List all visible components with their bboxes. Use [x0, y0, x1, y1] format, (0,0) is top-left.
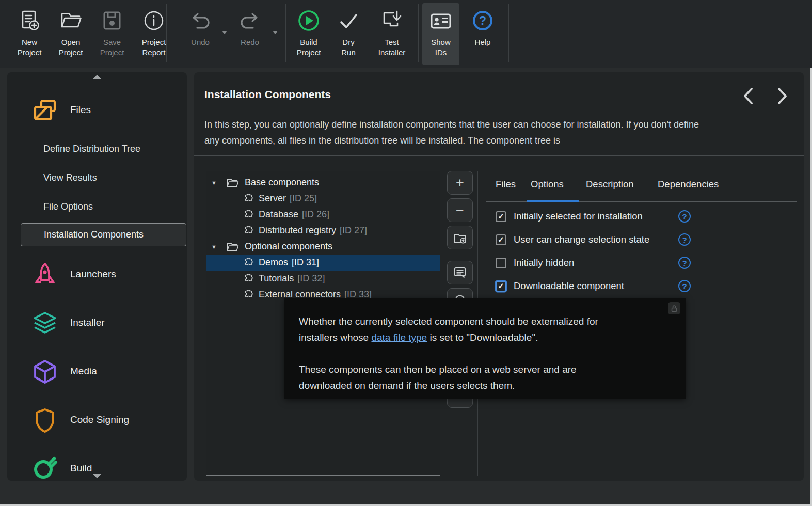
pin-tooltip-button[interactable] [668, 302, 680, 314]
previous-step-button[interactable] [740, 85, 756, 107]
sidebar-item-define-distribution-tree[interactable]: Define Distribution Tree [43, 144, 140, 154]
dry-run-button[interactable]: Dry Run [330, 3, 367, 65]
show-ids-toggle-button[interactable]: Show IDs [422, 3, 459, 65]
sidebar-scroll-up-icon[interactable] [93, 75, 101, 79]
sidebar-installer-label: Installer [70, 317, 105, 328]
sidebar-item-file-options[interactable]: File Options [43, 201, 93, 212]
folder-open-icon [226, 177, 239, 188]
sidebar-build-label: Build [70, 463, 92, 474]
comment-icon [453, 266, 467, 279]
toolbar-separator [166, 4, 167, 62]
tree-component-distributed-registry[interactable]: Distributed registry [ID 27] [206, 223, 440, 239]
redo-label: Redo [241, 37, 259, 48]
tree-folder-optional-components[interactable]: ▼ Optional components [206, 239, 440, 255]
tree-item-id: [ID 25] [290, 193, 317, 204]
add-component-button[interactable]: + [447, 171, 473, 195]
sidebar-item-view-results[interactable]: View Results [43, 172, 97, 183]
sidebar-scroll-down-icon[interactable] [93, 474, 101, 478]
show-ids-label: Show IDs [431, 37, 451, 58]
add-folder-button[interactable] [447, 226, 473, 249]
help-question-icon[interactable]: ? [678, 233, 691, 246]
help-tooltip: Whether the currently selected component… [284, 298, 686, 399]
sidebar-launchers-label: Launchers [70, 268, 116, 280]
user-can-change-checkbox[interactable]: ✓ [496, 234, 506, 245]
initially-hidden-checkbox[interactable] [496, 258, 506, 268]
shield-icon [31, 407, 58, 434]
next-step-button[interactable] [774, 85, 791, 107]
rocket-icon [31, 261, 58, 288]
puzzle-icon [242, 225, 254, 237]
help-label: Help [475, 37, 491, 48]
tooltip-line2-after: is set to "Downloadable". [427, 332, 538, 343]
tree-component-database[interactable]: Database [ID 26] [206, 207, 440, 223]
active-tab-underline [527, 200, 579, 202]
tree-item-label: Demos [259, 257, 288, 268]
expand-toggle-icon[interactable]: ▼ [211, 180, 219, 186]
open-project-button[interactable]: Open Project [51, 3, 90, 65]
tree-item-label: Base components [245, 177, 319, 188]
tab-options-active[interactable]: Options [531, 179, 564, 190]
window-edge-bottom [0, 504, 812, 506]
tree-component-tutorials[interactable]: Tutorials [ID 32] [206, 271, 440, 287]
lock-icon [671, 305, 678, 312]
new-project-icon [18, 6, 41, 35]
option-initially-hidden: Initially hidden ? [496, 255, 702, 271]
undo-button[interactable]: Undo [181, 3, 220, 65]
tab-dependencies[interactable]: Dependencies [658, 179, 719, 190]
tab-files[interactable]: Files [496, 179, 516, 190]
sidebar-code-signing-label: Code Signing [70, 414, 129, 425]
option-user-can-change: ✓ User can change selection state ? [496, 232, 702, 247]
tree-item-label: Distributed registry [259, 225, 336, 236]
save-project-button[interactable]: Save Project [92, 3, 132, 65]
project-report-button[interactable]: Project Report [134, 3, 174, 65]
info-circle-icon [142, 6, 165, 35]
sidebar-media-label: Media [70, 366, 97, 377]
cube-icon [31, 358, 58, 385]
tree-item-label: Optional components [245, 241, 332, 252]
files-icon [31, 97, 58, 123]
tree-component-demos-selected[interactable]: Demos [ID 31] [206, 255, 440, 271]
build-project-button[interactable]: Build Project [289, 3, 328, 65]
open-project-label: Open Project [59, 37, 83, 58]
toolbar-separator [508, 4, 509, 62]
undo-dropdown-arrow[interactable] [222, 31, 227, 34]
initially-selected-checkbox[interactable]: ✓ [496, 211, 506, 222]
tree-component-server[interactable]: Server [ID 25] [206, 191, 440, 207]
dry-run-label: Dry Run [341, 37, 356, 58]
tree-folder-base-components[interactable]: ▼ Base components [206, 175, 440, 191]
install4j-window: { "toolbar": { "new_project": "New\nProj… [0, 0, 812, 506]
tree-item-id: [ID 27] [340, 225, 367, 236]
tree-item-label: Database [259, 209, 298, 220]
expand-toggle-icon[interactable]: ▼ [211, 244, 219, 250]
downloadable-component-checkbox[interactable]: ✓ [496, 281, 506, 292]
data-file-type-link[interactable]: data file type [371, 332, 427, 343]
toolbar-separator [285, 4, 286, 62]
test-installer-button[interactable]: Test Installer [368, 3, 416, 65]
test-installer-label: Test Installer [378, 37, 406, 58]
main-content-panel: Installation Components In this step, yo… [194, 72, 804, 481]
id-card-icon [429, 6, 453, 35]
option-downloadable-component: ✓ Downloadable component ? [496, 278, 702, 294]
remove-component-button[interactable]: − [447, 198, 473, 222]
redo-icon [237, 6, 262, 35]
tree-item-label: Tutorials [259, 273, 294, 284]
layers-icon [31, 310, 58, 337]
tab-description[interactable]: Description [586, 179, 634, 190]
comment-button[interactable] [447, 261, 473, 284]
tooltip-line4: downloaded on demand if the users select… [299, 377, 673, 393]
help-question-icon[interactable]: ? [678, 280, 691, 292]
new-project-button[interactable]: New Project [10, 3, 49, 65]
build-project-label: Build Project [297, 37, 321, 58]
undo-icon [188, 6, 213, 35]
sidebar-item-installation-components-selected[interactable]: Installation Components [21, 223, 186, 246]
help-button[interactable]: ? Help [463, 3, 502, 65]
help-question-icon[interactable]: ? [678, 210, 691, 223]
help-icon: ? [473, 11, 492, 30]
puzzle-icon [242, 209, 254, 221]
redo-button[interactable]: Redo [230, 3, 269, 65]
redo-dropdown-arrow[interactable] [273, 31, 278, 34]
tooltip-line2-before: installers whose [299, 332, 371, 343]
puzzle-icon [242, 289, 254, 301]
tooltip-line3: These components can then be placed on a… [299, 361, 673, 377]
help-question-icon[interactable]: ? [678, 257, 691, 269]
